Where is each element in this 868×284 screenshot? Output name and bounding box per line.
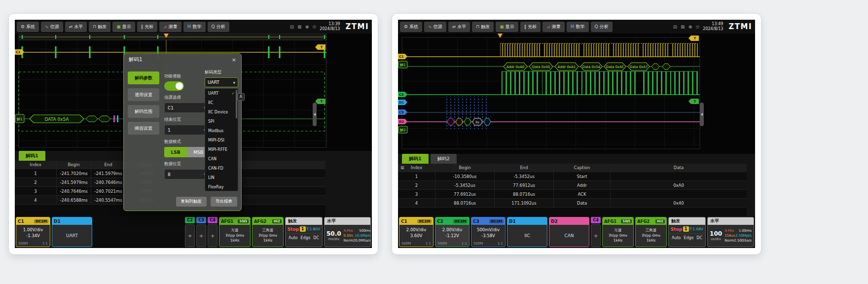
afg2-load-badge: HiZ — [272, 219, 282, 223]
dropdown-option-lin[interactable]: LIN — [205, 173, 238, 182]
coupling-badge: DC1M — [453, 219, 468, 223]
trigger-status-box[interactable]: 触发 Stop 1 T:1.80V Auto Edge DC — [285, 217, 323, 247]
channel-box-c2[interactable]: C2DC1M 2.00V/div-1.12V 500M1:1 — [435, 217, 470, 247]
table-grid-icon[interactable]: ⊞ — [400, 165, 404, 170]
menu-item-math[interactable]: M数学 — [567, 22, 589, 32]
table-row[interactable]: 3 77.6912us 88.0716us ACK — [398, 190, 747, 199]
dialog-tab-general[interactable]: 通用设置 — [128, 88, 159, 101]
menu-item-horizontal[interactable]: ⇌水平 — [65, 22, 87, 32]
menu-item-cursor[interactable]: ∥光标 — [520, 22, 541, 32]
menu-item-measure[interactable]: ⊿测量 — [159, 22, 181, 32]
afg1-box[interactable]: AFG150Ω 方波3Vpp 0mv1kHz — [219, 217, 251, 247]
menu-item-display[interactable]: ▣显示 — [496, 22, 518, 32]
menu-item-display[interactable]: ▣显示 — [112, 22, 135, 32]
decode-tab-bar: 解码1 解码2 — [402, 154, 457, 164]
tab-decode1[interactable]: 解码1 — [402, 154, 429, 164]
dropdown-option-mipi-rffe[interactable]: MIPI-RFFE — [205, 145, 238, 154]
menu-item-measure[interactable]: ⊿测量 — [542, 22, 565, 32]
tab-decode2[interactable]: 解码2 — [431, 154, 457, 164]
dialog-tab-range[interactable]: 解码范围 — [128, 105, 159, 118]
channel-box-d2[interactable]: D2 CAN — [549, 217, 589, 247]
menu-bar: ⚙系统 ∿信源 ⇌水平 ⊓触发 ▣显示 ∥光标 ⊿测量 M数学 Q分析 ▤ ▦ … — [15, 20, 372, 34]
export-report-button[interactable]: 导出报表 — [211, 197, 237, 207]
table-row[interactable]: 1 -10.3580us -5.3452us Start — [398, 172, 747, 181]
gear-icon: ⚙ — [21, 25, 25, 29]
afg2-box[interactable]: AFG2HiZ 三角波3Vpp 0mv1kHz — [635, 217, 667, 247]
afg1-box[interactable]: AFG150Ω 方波3Vpp 0mv1kHz — [602, 217, 634, 247]
menu-item-system[interactable]: ⚙系统 — [17, 22, 39, 32]
dialog-tab-decode-params[interactable]: 解码参数 — [128, 71, 159, 84]
add-channel-c2-button[interactable]: + — [185, 224, 195, 247]
mini-bubble-label: 0x — [475, 120, 479, 124]
horizontal-status-box[interactable]: 水平 100us/div X-Pos1.00ms 158us2.50Mpts N… — [707, 217, 754, 247]
channel-chip-c3[interactable]: C3 — [196, 217, 206, 223]
toggle-knob — [176, 82, 183, 90]
afg2-box[interactable]: AFG2HiZ 三角波3Vpp 0mv1kHz — [252, 217, 284, 247]
close-icon[interactable]: × — [232, 57, 236, 63]
add-channel-c4-button[interactable]: + — [591, 224, 601, 247]
channel-chip-c4[interactable]: C4 — [208, 217, 217, 223]
menu-label: 显示 — [122, 24, 131, 30]
copy-to-trigger-button[interactable]: 复制到触发 — [176, 197, 207, 207]
dropdown-option-uart[interactable]: UART✓ — [205, 89, 238, 98]
channel-box-d1[interactable]: D1 IIC — [507, 217, 547, 247]
decode-bubble-label: Data 0x40 — [532, 65, 550, 69]
side-panel-handle[interactable] — [700, 103, 704, 126]
dropdown-option-mipi-dsi[interactable]: MIPI-DSI — [205, 136, 238, 145]
brand-logo: ZTMI — [345, 22, 369, 31]
menu-item-math[interactable]: M数学 — [183, 22, 206, 32]
menu-item-cursor[interactable]: ∥光标 — [137, 22, 158, 32]
menu-item-horizontal[interactable]: ⇌水平 — [448, 22, 470, 32]
afg2-load-badge: HiZ — [655, 219, 665, 223]
decode-type-combo[interactable]: UART▼ — [205, 77, 238, 87]
channel-box-c1[interactable]: C1DC1M 2.00V/div3.60V 500M1:1 — [399, 217, 434, 247]
stopbits-select[interactable]: 1▼ — [164, 125, 210, 135]
add-channel-c3-button[interactable]: + — [196, 224, 206, 247]
svg-text:C1: C1 — [16, 50, 21, 54]
menu-item-source[interactable]: ∿信源 — [41, 22, 63, 32]
table-header-row: ⊞ Index Begin End Caption Data — [398, 164, 747, 172]
channel-box-c3[interactable]: C3DC1M 500mV/div-3.58V 500M1:1 — [471, 217, 506, 247]
dialog-tab-threshold[interactable]: 阈值设置 — [128, 122, 159, 135]
lsb-option[interactable]: LSB — [164, 147, 187, 157]
trigger-status-box[interactable]: 触发 Stop 1 T:1.68V Auto Edge DC — [668, 217, 706, 247]
menu-label: 数学 — [576, 24, 585, 30]
channel-chip-c4[interactable]: C4 — [591, 217, 601, 223]
menu-item-trigger[interactable]: ⊓触发 — [472, 22, 494, 32]
data-bits-select[interactable]: 8▼ — [164, 169, 210, 179]
clock: 13:49 2024/8/13 — [703, 22, 723, 32]
channel-box-d1[interactable]: D1 UART — [52, 217, 92, 247]
dropdown-option-iic[interactable]: IIC — [205, 98, 238, 107]
waveform-display[interactable]: Addr 0xA0 Data 0x40 Addr 0xA1 Data 0x5A … — [398, 34, 755, 154]
menu-item-analysis[interactable]: Q分析 — [208, 22, 229, 32]
decode-bubble-label: DATA 0x5A — [45, 117, 70, 122]
menu-label: 光标 — [145, 24, 153, 30]
enable-toggle[interactable] — [164, 81, 184, 91]
add-channel-c4-button[interactable]: + — [208, 224, 217, 247]
source-select[interactable]: C1▼ — [164, 103, 210, 113]
menu-item-trigger[interactable]: ⊓触发 — [89, 22, 110, 32]
horizontal-status-box[interactable]: 水平 50.0ms/div X-Pos500ms 0.00s10.0Mpts N… — [324, 217, 371, 247]
menu-label: 光标 — [528, 24, 537, 30]
enable-label: 功能使能 — [164, 73, 210, 79]
table-row[interactable]: 2 -5.3452us 77.6912us Addr 0xA0 — [398, 181, 747, 190]
dropdown-option-iic-device[interactable]: IIC Device — [205, 107, 238, 117]
dropdown-option-can-fd[interactable]: CAN-FD — [205, 164, 238, 173]
menu-label: 测量 — [169, 24, 178, 30]
channel-chip-c2[interactable]: C2 — [185, 217, 195, 223]
keyboard-icon[interactable]: A — [237, 93, 245, 101]
tab-decode1[interactable]: 解码1 — [19, 151, 45, 161]
dropdown-option-modbus[interactable]: Modbus — [205, 126, 238, 136]
menu-item-analysis[interactable]: Q分析 — [591, 22, 613, 32]
dropdown-option-flexray[interactable]: FlexRay — [205, 182, 238, 191]
svg-text:T: T — [321, 100, 323, 104]
table-row[interactable]: 4 88.0716us 171.1092us Data 0x40 — [398, 199, 747, 208]
menu-bar: ⚙系统 ∿信源 ⇌水平 ⊓触发 ▣显示 ∥光标 ⊿测量 M数学 Q分析 ▤ ▦ … — [398, 20, 755, 34]
menu-item-source[interactable]: ∿信源 — [424, 22, 446, 32]
channel-box-c1[interactable]: C1DC1M 1.00V/div-1.34V 500M1:1 — [16, 217, 50, 247]
menu-item-system[interactable]: ⚙系统 — [400, 22, 422, 32]
dropdown-option-spi[interactable]: SPI — [205, 117, 238, 126]
side-panel-handle[interactable] — [313, 103, 317, 126]
dropdown-option-can[interactable]: CAN — [205, 154, 238, 164]
dialog-buttons: 复制到触发 导出报表 — [176, 197, 238, 207]
